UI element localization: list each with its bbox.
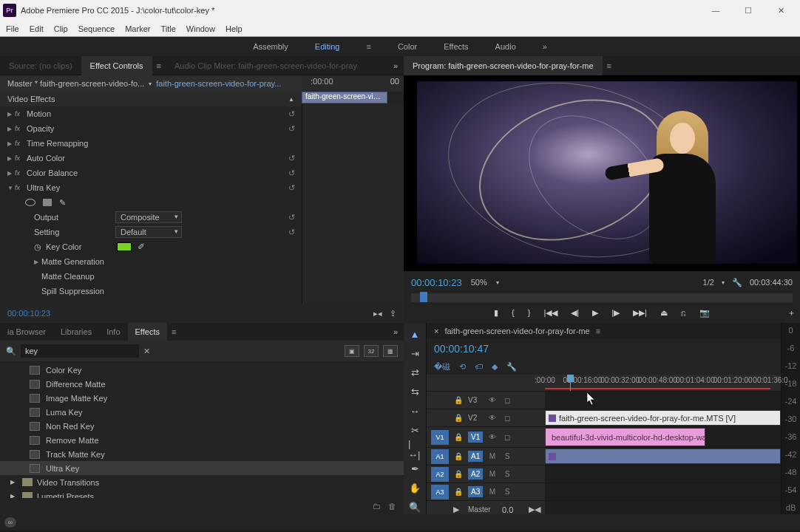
new-bin-icon[interactable]: 🗀 — [373, 502, 381, 511]
workspace-overflow-icon[interactable]: » — [543, 42, 547, 51]
source-patch-a2[interactable]: A2 — [431, 467, 449, 482]
reset-icon[interactable]: ↺ — [285, 109, 297, 119]
eyedropper-icon[interactable]: ✐ — [138, 242, 145, 252]
menu-marker[interactable]: Marker — [125, 24, 150, 33]
sync-lock-icon[interactable]: ◻ — [502, 433, 512, 441]
timeline-ruler[interactable]: :00:0000:00:16:0000:00:32:0000:00:48:000… — [427, 375, 781, 391]
ultra-matte-cleanup[interactable]: Matte Cleanup — [0, 269, 302, 284]
go-out-icon[interactable]: } — [528, 308, 531, 317]
effect-item-luma-key[interactable]: Luma Key — [0, 405, 404, 419]
mute-icon[interactable]: M — [487, 452, 498, 460]
menu-sequence[interactable]: Sequence — [78, 24, 115, 33]
play-icon[interactable]: ▶ — [592, 308, 598, 318]
tab-program[interactable]: Program: faith-green-screen-video-for-pr… — [404, 56, 603, 75]
clip-v2[interactable]: faith-green-screen-video-for-pray-for-me… — [545, 410, 781, 426]
effect-item-color-key[interactable]: Color Key — [0, 363, 404, 377]
rect-mask-icon[interactable] — [43, 199, 52, 206]
effect-item-track-matte-key[interactable]: Track Matte Key — [0, 447, 404, 461]
lock-icon[interactable]: 🔒 — [453, 452, 464, 460]
workspace-audio[interactable]: Audio — [495, 42, 516, 51]
effect-item-non-red-key[interactable]: Non Red Key — [0, 419, 404, 433]
track-v1-content[interactable]: beautiful-3d-vivid-multicolor-hd-desktop… — [545, 427, 781, 447]
solo-icon[interactable]: S — [502, 470, 512, 478]
ec-timecode[interactable]: 00:00:10:23 — [7, 309, 50, 318]
menu-title[interactable]: Title — [160, 24, 175, 33]
ec-mini-clip[interactable]: faith-green-screen-video — [302, 92, 387, 103]
effect-item-difference-matte[interactable]: Difference Matte — [0, 377, 404, 391]
clear-search-icon[interactable]: ✕ — [143, 347, 150, 356]
solo-icon[interactable]: S — [502, 452, 512, 460]
ec-mini-timeline-ruler[interactable]: :00:00 00 — [302, 75, 404, 92]
menu-edit[interactable]: Edit — [30, 24, 44, 33]
ec-export-icon[interactable]: ⇪ — [390, 309, 396, 318]
effect-auto-color[interactable]: ▶fxAuto Color↺ — [0, 151, 302, 166]
folder-lumetri-presets[interactable]: ▶Lumetri Presets — [0, 489, 404, 498]
maximize-button[interactable]: ☐ — [732, 2, 765, 18]
tab-info[interactable]: Info — [99, 323, 127, 341]
step-fwd-icon[interactable]: |▶ — [611, 308, 620, 318]
timeline-timecode[interactable]: 00:00:10:47 — [434, 343, 489, 355]
rate-tool-icon[interactable]: ↔ — [408, 404, 421, 417]
menu-clip[interactable]: Clip — [54, 24, 68, 33]
ultra-spill-suppression[interactable]: Spill Suppression — [0, 284, 302, 299]
program-zoom[interactable]: 50% — [471, 278, 487, 287]
effect-time-remapping[interactable]: ▶fxTime Remapping — [0, 136, 302, 151]
lock-icon[interactable]: 🔒 — [453, 488, 464, 496]
sync-lock-icon[interactable]: ◻ — [502, 396, 512, 404]
section-collapse-icon[interactable]: ▲ — [288, 96, 294, 103]
zoom-dropdown-icon[interactable]: ▾ — [496, 279, 499, 286]
step-back-many-icon[interactable]: |◀◀ — [543, 308, 557, 318]
hand-tool-icon[interactable]: ✋ — [408, 481, 421, 494]
reset-icon[interactable]: ↺ — [285, 183, 297, 193]
snap-icon[interactable]: �磁 — [434, 361, 450, 372]
effect-item-image-matte-key[interactable]: Image Matte Key — [0, 391, 404, 405]
mark-in-icon[interactable]: ▮ — [494, 308, 498, 318]
source-patch-a1[interactable]: A1 — [431, 449, 449, 464]
lift-icon[interactable]: ⏏ — [660, 308, 668, 318]
tab-effects[interactable]: Effects — [128, 323, 167, 341]
workspace-menu-icon[interactable]: ≡ — [366, 42, 370, 51]
folder-video-transitions[interactable]: ▶Video Transitions — [0, 475, 404, 489]
track-a3-content[interactable] — [545, 483, 781, 500]
sync-lock-icon[interactable]: ◻ — [502, 414, 512, 422]
effect-ultra-key[interactable]: ▼fxUltra Key↺ — [0, 180, 302, 195]
effect-color-balance[interactable]: ▶fxColor Balance↺ — [0, 166, 302, 180]
program-current-tc[interactable]: 00:00:10:23 — [411, 277, 462, 288]
clip-v1[interactable]: beautiful-3d-vivid-multicolor-hd-desktop… — [545, 428, 705, 446]
effect-item-ultra-key[interactable]: Ultra Key — [0, 461, 404, 475]
solo-icon[interactable]: S — [502, 488, 512, 496]
lock-icon[interactable]: 🔒 — [453, 414, 464, 422]
tab-audio-mixer[interactable]: Audio Clip Mixer: faith-green-screen-vid… — [166, 56, 358, 75]
lock-icon[interactable]: 🔒 — [453, 470, 464, 478]
track-v2-content[interactable]: faith-green-screen-video-for-pray-for-me… — [545, 409, 781, 426]
creative-cloud-icon[interactable]: ∞ — [4, 517, 16, 528]
close-button[interactable]: ✕ — [765, 2, 797, 18]
menu-file[interactable]: File — [6, 24, 19, 33]
tab-effect-controls[interactable]: Effect Controls — [81, 56, 152, 75]
reset-icon[interactable]: ↺ — [285, 168, 297, 178]
go-in-icon[interactable]: { — [512, 308, 515, 317]
slip-tool-icon[interactable]: |↔| — [408, 443, 421, 456]
ultra-output-select[interactable]: Composite — [115, 211, 182, 223]
effect-controls-menu-icon[interactable]: ≡ — [152, 61, 166, 70]
trash-icon[interactable]: 🗑 — [388, 502, 396, 511]
add-button-icon[interactable]: ＋ — [787, 307, 796, 318]
menu-window[interactable]: Window — [186, 24, 215, 33]
eye-icon[interactable]: 👁 — [487, 433, 498, 441]
track-select-tool-icon[interactable]: ⇥ — [408, 347, 421, 360]
wrench-icon[interactable]: 🔧 — [732, 278, 742, 287]
step-fwd-many-icon[interactable]: ▶▶| — [633, 308, 647, 318]
reset-icon[interactable]: ↺ — [285, 228, 297, 237]
clip-a1[interactable] — [545, 449, 781, 464]
effect-motion[interactable]: ▶fxMotion↺ — [0, 106, 302, 121]
tab-source[interactable]: Source: (no clips) — [0, 56, 81, 75]
razor-tool-icon[interactable]: ✂ — [408, 423, 421, 437]
ripple-tool-icon[interactable]: ⇄ — [408, 366, 421, 379]
ultra-matte-generation[interactable]: ▶Matte Generation — [0, 254, 302, 269]
ultra-setting-select[interactable]: Default — [115, 226, 182, 238]
reset-icon[interactable]: ↺ — [285, 213, 297, 222]
sequence-tab[interactable]: faith-green-screen-video-for-pray-for-me — [444, 327, 589, 335]
sequence-link[interactable]: faith-green-screen-video-for-pray... — [156, 79, 281, 88]
resolution-dropdown-icon[interactable]: ▾ — [722, 279, 725, 286]
track-master-content[interactable] — [545, 501, 781, 514]
